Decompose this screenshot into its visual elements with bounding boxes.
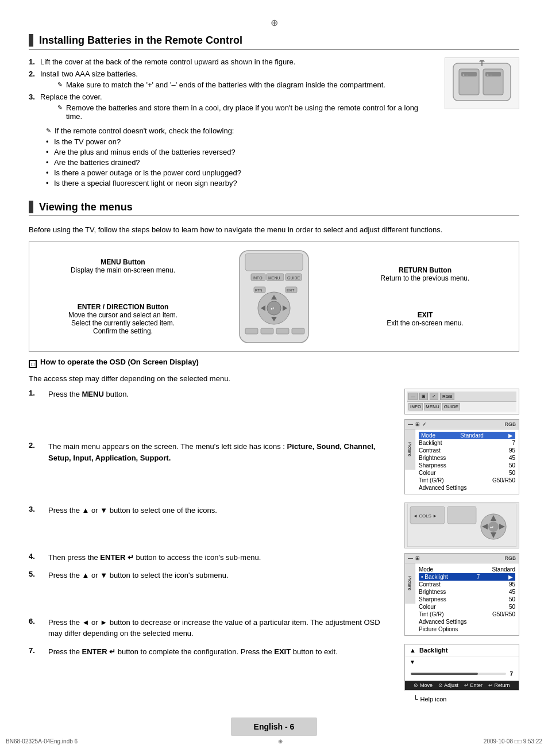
diagram-labels-right: RETURN Button Return to the previous men… xyxy=(337,266,507,327)
checkbox-icon: □ xyxy=(29,360,37,368)
tv-menu2-contrast: Contrast 95 xyxy=(419,581,515,588)
svg-text:GUIDE: GUIDE xyxy=(287,276,300,280)
svg-text:◄ COLS ►: ◄ COLS ► xyxy=(413,513,437,519)
battery-title: Installing Batteries in the Remote Contr… xyxy=(39,34,242,47)
diagram-labels-left: MENU Button Display the main on-screen m… xyxy=(41,258,211,335)
tv-btn-minus: — xyxy=(408,393,418,400)
step1-text: Press the MENU button. xyxy=(48,389,393,400)
tv-backlight-screen: ▲ Backlight ▼ 7 ⊙ Move ⊙ Adjust ↵ Enter … xyxy=(404,644,519,690)
check-5: Is there a special fluorescent light or … xyxy=(46,179,433,187)
svg-text:EXIT: EXIT xyxy=(287,289,295,292)
tv-screen1-content: Picture Mode Standard ▶ Backlight 7 Cont… xyxy=(405,429,519,494)
osd-step-3: 3. Press the ▲ or ▼ button to select one… xyxy=(29,505,393,516)
osd-spacer-3 xyxy=(29,523,393,552)
help-icon-label-row: └ Help icon xyxy=(404,695,519,703)
battery-instructions: 1. Lift the cover at the back of the rem… xyxy=(29,57,433,189)
viewing-intro: Before using the TV, follow the steps be… xyxy=(29,224,519,236)
footer-meta: BN68-02325A-04Eng.indb 6 ⊕ 2009-10-08 □□… xyxy=(0,738,548,745)
svg-rect-27 xyxy=(245,328,258,334)
osd-header: How to operate the OSD (On Screen Displa… xyxy=(40,358,199,366)
osd-access-note: The access step may differ depending on … xyxy=(29,374,519,383)
osd-step-4: 4. Then press the ENTER ↵ button to acce… xyxy=(29,552,393,563)
osd-steps-container: 1. Press the MENU button. 2. The main me… xyxy=(29,389,393,658)
enter-button-desc1: Move the cursor and select an item. xyxy=(41,311,205,319)
footer-crosshair-bottom: ⊕ xyxy=(278,738,283,745)
tv-menu-row-backlight: Backlight 7 xyxy=(419,439,515,447)
svg-rect-30 xyxy=(292,328,304,334)
tv-menu-row-mode: Mode Standard ▶ xyxy=(419,432,515,439)
tv-screen2-content: Picture Mode Standard • Backlight 7 ▶ Co… xyxy=(405,563,519,635)
remote-svg: INFO MENU GUIDE ↵ RTN EXIT xyxy=(211,248,337,346)
tv-menu2-backlight: • Backlight 7 ▶ xyxy=(419,573,515,581)
check-4: Is there a power outage or is the power … xyxy=(46,168,433,177)
slider-fill xyxy=(411,673,478,675)
battery-image: + − + − xyxy=(445,57,519,109)
viewing-title: Viewing the menus xyxy=(39,201,133,213)
svg-text:MENU: MENU xyxy=(268,276,280,280)
tv-menu-row-advanced: Advanced Settings xyxy=(419,484,515,492)
tv-backlight-slider: 7 xyxy=(405,667,519,681)
osd-step-6: 6. Press the ◄ or ► button to decrease o… xyxy=(29,617,393,639)
tv-remote-top: — ⊞ ✓ RGB INFO MENU GUIDE xyxy=(404,389,519,415)
osd-spacer-4 xyxy=(29,588,393,617)
tv-menu2-brightness: Brightness 45 xyxy=(419,588,515,596)
note-icon-3: ✎ xyxy=(46,127,51,135)
viewing-section-header: Viewing the menus xyxy=(29,201,519,216)
step4-text: Then press the ENTER ↵ button to access … xyxy=(48,552,393,563)
section-bar xyxy=(29,34,33,47)
svg-text:↵: ↵ xyxy=(271,306,275,312)
return-button-desc: Return to the previous menu. xyxy=(343,274,507,282)
battery-step-2: 2. Install two AAA size batteries. ✎ Mak… xyxy=(29,70,433,89)
slider-track xyxy=(411,673,506,675)
remote-diagram: MENU Button Display the main on-screen m… xyxy=(29,241,519,352)
osd-section: □ How to operate the OSD (On Screen Disp… xyxy=(29,358,519,658)
step7-text: Press the ENTER ↵ button to complete the… xyxy=(48,646,393,658)
return-button-label-block: RETURN Button Return to the previous men… xyxy=(343,266,507,282)
battery-step-1: 1. Lift the cover at the back of the rem… xyxy=(29,57,433,66)
return-button-label: RETURN Button xyxy=(343,266,507,274)
backlight-label: Backlight xyxy=(419,647,448,654)
osd-step-5: 5. Press the ▲ or ▼ button to select the… xyxy=(29,570,393,581)
exit-desc: Exit the on-screen menu. xyxy=(343,319,507,327)
tv-menu2-sharpness: Sharpness 50 xyxy=(419,596,515,603)
note-icon-2: ✎ xyxy=(57,104,63,121)
battery-section-header: Installing Batteries in the Remote Contr… xyxy=(29,34,519,49)
osd-right-panels: — ⊞ ✓ RGB INFO MENU GUIDE —⊞✓RGB Picture… xyxy=(404,389,519,703)
step6-text: Press the ◄ or ► button to decrease or i… xyxy=(48,617,393,639)
tv-backlight-nav: ⊙ Move ⊙ Adjust ↵ Enter ↩ Return xyxy=(405,681,519,690)
tv-menu2-mode: Mode Standard xyxy=(419,566,515,573)
step3-text: Press the ▲ or ▼ button to select one of… xyxy=(48,505,393,516)
osd-step-7: 7. Press the ENTER ↵ button to complete … xyxy=(29,646,393,658)
osd-spacer-1 xyxy=(29,406,393,441)
svg-text:+ −: + − xyxy=(487,73,492,77)
battery-main-note: ✎ If the remote control doesn't work, ch… xyxy=(29,126,433,135)
tv-btn-row2: INFO MENU GUIDE xyxy=(407,402,516,412)
footer-file: BN68-02325A-04Eng.indb 6 xyxy=(6,738,78,745)
exit-label: EXIT xyxy=(343,311,507,319)
tv-menu-row-colour: Colour 50 xyxy=(419,469,515,477)
exit-label-block: EXIT Exit the on-screen menu. xyxy=(343,311,507,327)
osd-step-1: 1. Press the MENU button. xyxy=(29,389,393,400)
tv-menu2-colour: Colour 50 xyxy=(419,603,515,611)
check-1: Is the TV power on? xyxy=(46,137,433,146)
dpad-svg: ◄ COLS ► ↵ xyxy=(407,504,516,547)
osd-step-2: 2. The main menu appears on the screen. … xyxy=(29,441,393,463)
backlight-value: 7 xyxy=(510,671,513,677)
menu-button-label: MENU Button xyxy=(41,258,205,266)
tv-backlight-down-row: ▼ xyxy=(405,657,519,667)
tv-btn-rgb: RGB xyxy=(440,393,454,400)
tv-backlight-header: ▲ Backlight xyxy=(405,644,519,657)
tv-screen-1: —⊞✓RGB Picture Mode Standard ▶ Backlight… xyxy=(404,419,519,494)
tv-menu-2: Mode Standard • Backlight 7 ▶ Contrast 9… xyxy=(415,563,519,635)
enter-button-label-block: ENTER / DIRECTION Button Move the cursor… xyxy=(41,303,205,335)
battery-step3-note: ✎ Remove the batteries and store them in… xyxy=(40,103,433,121)
tv-side-icon-1: Picture xyxy=(405,429,415,470)
svg-text:↵: ↵ xyxy=(490,525,494,530)
tv-top-buttons: — ⊞ ✓ RGB xyxy=(407,392,516,402)
check-2: Are the plus and minus ends of the batte… xyxy=(46,148,433,156)
menu-button-desc: Display the main on-screen menu. xyxy=(41,266,205,274)
svg-rect-29 xyxy=(276,328,289,334)
osd-spacer-2 xyxy=(29,470,393,505)
tv-menu2-advanced: Advanced Settings xyxy=(419,618,515,625)
remote-image-container: INFO MENU GUIDE ↵ RTN EXIT xyxy=(211,248,337,346)
